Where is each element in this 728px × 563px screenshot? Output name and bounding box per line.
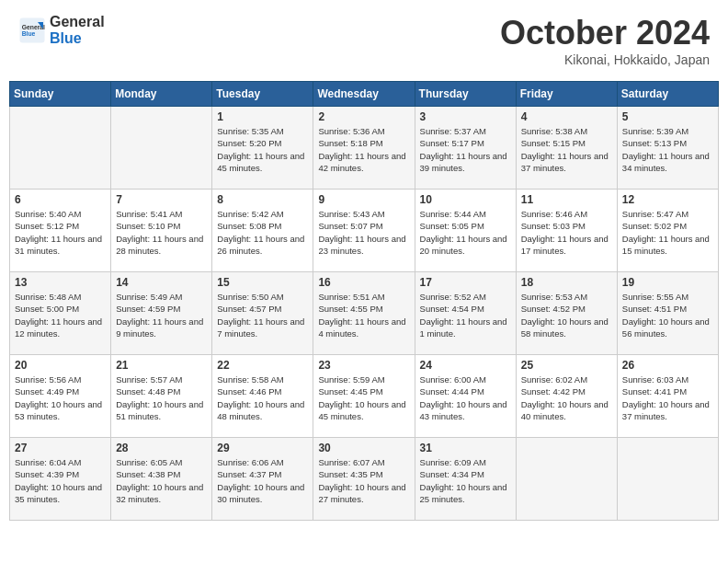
calendar-cell: 14Sunrise: 5:49 AM Sunset: 4:59 PM Dayli… [111,272,212,355]
day-info: Sunrise: 5:48 AM Sunset: 5:00 PM Dayligh… [15,291,106,339]
day-number: 31 [420,442,511,454]
calendar-cell: 3Sunrise: 5:37 AM Sunset: 5:17 PM Daylig… [415,107,516,190]
day-number: 19 [622,276,713,289]
calendar-cell: 23Sunrise: 5:59 AM Sunset: 4:45 PM Dayli… [313,355,415,438]
calendar-cell: 24Sunrise: 6:00 AM Sunset: 4:44 PM Dayli… [415,355,516,438]
day-number: 24 [420,359,511,372]
weekday-row: SundayMondayTuesdayWednesdayThursdayFrid… [10,82,719,107]
calendar-cell: 19Sunrise: 5:55 AM Sunset: 4:51 PM Dayli… [617,272,718,355]
calendar-week-row: 13Sunrise: 5:48 AM Sunset: 5:00 PM Dayli… [10,272,719,355]
calendar-week-row: 6Sunrise: 5:40 AM Sunset: 5:12 PM Daylig… [10,190,719,272]
day-info: Sunrise: 6:09 AM Sunset: 4:34 PM Dayligh… [420,456,511,505]
calendar-body: 1Sunrise: 5:35 AM Sunset: 5:20 PM Daylig… [10,107,719,521]
day-info: Sunrise: 5:59 AM Sunset: 4:45 PM Dayligh… [318,373,409,422]
day-number: 7 [116,193,207,206]
day-number: 20 [15,359,106,372]
day-info: Sunrise: 5:50 AM Sunset: 4:57 PM Dayligh… [217,291,308,339]
calendar-cell: 26Sunrise: 6:03 AM Sunset: 4:41 PM Dayli… [617,355,718,438]
day-info: Sunrise: 5:35 AM Sunset: 5:20 PM Dayligh… [217,125,308,174]
logo-general-text: General [50,14,105,30]
weekday-header: Friday [516,82,617,107]
logo-text: General Blue [50,14,105,46]
day-info: Sunrise: 5:43 AM Sunset: 5:07 PM Dayligh… [318,208,409,257]
day-number: 9 [318,193,409,206]
day-info: Sunrise: 6:05 AM Sunset: 4:38 PM Dayligh… [116,456,207,505]
day-info: Sunrise: 6:04 AM Sunset: 4:39 PM Dayligh… [15,456,106,505]
day-info: Sunrise: 6:06 AM Sunset: 4:37 PM Dayligh… [217,456,308,505]
day-info: Sunrise: 5:42 AM Sunset: 5:08 PM Dayligh… [217,208,308,257]
calendar-cell: 9Sunrise: 5:43 AM Sunset: 5:07 PM Daylig… [313,190,415,272]
day-number: 16 [318,276,409,289]
day-number: 14 [116,276,207,289]
day-number: 17 [420,276,511,289]
day-number: 26 [622,359,713,372]
day-number: 23 [318,359,409,372]
calendar-cell: 31Sunrise: 6:09 AM Sunset: 4:34 PM Dayli… [415,438,516,521]
day-info: Sunrise: 5:36 AM Sunset: 5:18 PM Dayligh… [318,125,409,174]
day-info: Sunrise: 5:41 AM Sunset: 5:10 PM Dayligh… [116,208,207,257]
day-number: 10 [420,193,511,206]
day-number: 28 [116,442,207,454]
day-info: Sunrise: 5:47 AM Sunset: 5:02 PM Dayligh… [622,208,713,257]
month-title: October 2024 [500,14,710,52]
calendar-week-row: 27Sunrise: 6:04 AM Sunset: 4:39 PM Dayli… [10,438,719,521]
day-info: Sunrise: 6:00 AM Sunset: 4:44 PM Dayligh… [420,373,511,422]
weekday-header: Saturday [617,82,718,107]
calendar-cell: 20Sunrise: 5:56 AM Sunset: 4:49 PM Dayli… [10,355,111,438]
day-number: 4 [521,110,612,123]
logo: General Blue General Blue [18,14,105,46]
day-info: Sunrise: 5:39 AM Sunset: 5:13 PM Dayligh… [622,125,713,174]
day-info: Sunrise: 5:38 AM Sunset: 5:15 PM Dayligh… [521,125,612,174]
day-number: 6 [15,193,106,206]
day-number: 12 [622,193,713,206]
logo-icon: General Blue [18,17,46,44]
day-info: Sunrise: 5:53 AM Sunset: 4:52 PM Dayligh… [521,291,612,339]
calendar-cell: 16Sunrise: 5:51 AM Sunset: 4:55 PM Dayli… [313,272,415,355]
calendar-cell: 27Sunrise: 6:04 AM Sunset: 4:39 PM Dayli… [10,438,111,521]
calendar-cell: 10Sunrise: 5:44 AM Sunset: 5:05 PM Dayli… [415,190,516,272]
page-header: General Blue General Blue October 2024 K… [9,9,719,72]
weekday-header: Tuesday [212,82,313,107]
calendar-cell: 28Sunrise: 6:05 AM Sunset: 4:38 PM Dayli… [111,438,212,521]
day-info: Sunrise: 5:56 AM Sunset: 4:49 PM Dayligh… [15,373,106,422]
day-info: Sunrise: 6:02 AM Sunset: 4:42 PM Dayligh… [521,373,612,422]
day-number: 1 [217,110,308,123]
day-info: Sunrise: 6:03 AM Sunset: 4:41 PM Dayligh… [622,373,713,422]
calendar-cell: 13Sunrise: 5:48 AM Sunset: 5:00 PM Dayli… [10,272,111,355]
day-number: 5 [622,110,713,123]
day-info: Sunrise: 5:52 AM Sunset: 4:54 PM Dayligh… [420,291,511,339]
day-info: Sunrise: 6:07 AM Sunset: 4:35 PM Dayligh… [318,456,409,505]
calendar-cell: 17Sunrise: 5:52 AM Sunset: 4:54 PM Dayli… [415,272,516,355]
day-number: 2 [318,110,409,123]
title-block: October 2024 Kikonai, Hokkaido, Japan [500,14,710,67]
calendar-week-row: 20Sunrise: 5:56 AM Sunset: 4:49 PM Dayli… [10,355,719,438]
weekday-header: Sunday [10,82,111,107]
svg-text:Blue: Blue [22,30,36,37]
day-number: 22 [217,359,308,372]
day-info: Sunrise: 5:57 AM Sunset: 4:48 PM Dayligh… [116,373,207,422]
calendar-cell [617,438,718,521]
day-number: 29 [217,442,308,454]
day-number: 30 [318,442,409,454]
calendar-header: SundayMondayTuesdayWednesdayThursdayFrid… [10,82,719,107]
calendar-cell: 15Sunrise: 5:50 AM Sunset: 4:57 PM Dayli… [212,272,313,355]
location: Kikonai, Hokkaido, Japan [500,52,710,67]
day-info: Sunrise: 5:44 AM Sunset: 5:05 PM Dayligh… [420,208,511,257]
day-number: 15 [217,276,308,289]
day-info: Sunrise: 5:40 AM Sunset: 5:12 PM Dayligh… [15,208,106,257]
day-number: 3 [420,110,511,123]
calendar-table: SundayMondayTuesdayWednesdayThursdayFrid… [9,81,719,521]
weekday-header: Wednesday [313,82,415,107]
day-number: 25 [521,359,612,372]
day-number: 8 [217,193,308,206]
calendar-cell: 30Sunrise: 6:07 AM Sunset: 4:35 PM Dayli… [313,438,415,521]
day-number: 21 [116,359,207,372]
day-info: Sunrise: 5:55 AM Sunset: 4:51 PM Dayligh… [622,291,713,339]
day-info: Sunrise: 5:49 AM Sunset: 4:59 PM Dayligh… [116,291,207,339]
weekday-header: Thursday [415,82,516,107]
calendar-cell: 25Sunrise: 6:02 AM Sunset: 4:42 PM Dayli… [516,355,617,438]
day-info: Sunrise: 5:46 AM Sunset: 5:03 PM Dayligh… [521,208,612,257]
calendar-cell: 29Sunrise: 6:06 AM Sunset: 4:37 PM Dayli… [212,438,313,521]
calendar-cell: 5Sunrise: 5:39 AM Sunset: 5:13 PM Daylig… [617,107,718,190]
calendar-week-row: 1Sunrise: 5:35 AM Sunset: 5:20 PM Daylig… [10,107,719,190]
